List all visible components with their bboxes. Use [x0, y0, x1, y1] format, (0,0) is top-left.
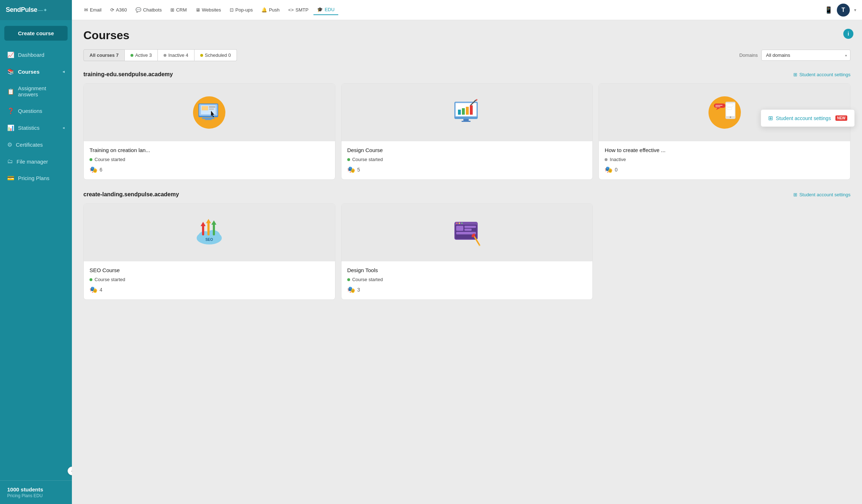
nav-item-chatbots[interactable]: 💬Chatbots — [132, 5, 165, 15]
nav-item-email[interactable]: ✉Email — [81, 5, 105, 15]
svg-rect-48 — [464, 229, 472, 231]
logo-container: SendPulse —✦ — [0, 0, 72, 20]
svg-rect-19 — [463, 119, 469, 121]
student-settings-label-training-edu: Student account settings — [799, 72, 850, 77]
sidebar-item-pricing-plans[interactable]: 💳 Pricing Plans — [0, 170, 72, 187]
nav-label-email: Email — [90, 7, 102, 13]
course-card-how-to-create[interactable]: How to create effective ... Inactive 🎭 0 — [599, 83, 850, 180]
nav-item-edu[interactable]: 🎓EDU — [313, 5, 338, 15]
course-card-design-course[interactable]: Design Course Course started 🎭 5 — [341, 83, 593, 180]
course-card-training-creation[interactable]: Training on creation lan... Course start… — [83, 83, 335, 180]
filter-tab-scheduled[interactable]: Scheduled 0 — [194, 49, 237, 61]
course-card-design-tools[interactable]: Design Tools Course started 🎭 3 — [341, 203, 593, 300]
nav-icon-websites: 🖥 — [196, 7, 200, 13]
course-illustration-training-creation — [84, 84, 335, 141]
domain-filter: Domains All domainstraining-edu.sendpuls… — [739, 50, 850, 61]
svg-rect-34 — [202, 225, 204, 235]
svg-rect-5 — [205, 119, 212, 120]
course-illustration-seo-course: SEO — [84, 204, 335, 261]
sidebar-item-statistics[interactable]: 📊 Statistics ◂ — [0, 119, 72, 136]
status-dot-how-to-create — [605, 158, 607, 161]
device-icon[interactable]: 📱 — [825, 6, 833, 14]
nav-item-smtp[interactable]: <>SMTP — [285, 5, 312, 15]
sidebar-icon-courses: 📚 — [7, 68, 14, 75]
svg-marker-35 — [201, 222, 206, 226]
sidebar-item-assignment-answers[interactable]: 📋 Assignment answers — [0, 80, 72, 102]
pricing-plan-label: Pricing Plans EDU — [7, 493, 65, 498]
filter-tab-inactive[interactable]: Inactive 4 — [158, 49, 194, 61]
logo-text: SendPulse — [6, 6, 37, 14]
svg-point-45 — [461, 223, 463, 224]
filter-tabs: All courses 7Active 3Inactive 4Scheduled… — [83, 49, 237, 61]
status-dot-design-tools — [347, 278, 350, 281]
course-image-design-tools — [341, 204, 593, 261]
sidebar-item-courses[interactable]: 📚 Courses ◂ — [0, 63, 72, 80]
course-status-design-course: Course started — [347, 157, 587, 162]
sidebar-item-certificates[interactable]: ⚙ Certificates — [0, 136, 72, 153]
filter-tab-active[interactable]: Active 3 — [125, 49, 158, 61]
create-course-button[interactable]: Create course — [4, 26, 68, 41]
sidebar-label-statistics: Statistics — [18, 125, 40, 131]
student-settings-popup[interactable]: ⊞ Student account settings NEW — [761, 109, 855, 127]
svg-point-43 — [456, 223, 458, 224]
course-status-seo-course: Course started — [90, 277, 329, 282]
svg-rect-38 — [213, 224, 215, 235]
info-icon[interactable]: i — [843, 29, 853, 39]
sidebar-item-dashboard[interactable]: 📈 Dashboard — [0, 46, 72, 63]
course-body-seo-course: SEO Course Course started 🎭 4 — [84, 261, 335, 299]
svg-rect-7 — [202, 106, 208, 110]
sidebar-icon-pricing-plans: 💳 — [7, 175, 14, 182]
nav-item-crm[interactable]: ⊞CRM — [167, 5, 191, 15]
course-illustration-design-tools — [341, 204, 593, 261]
sidebar-arrow-statistics: ◂ — [63, 125, 65, 130]
svg-marker-39 — [211, 220, 216, 225]
status-dot-seo-course — [90, 278, 92, 281]
dot-scheduled — [200, 54, 203, 57]
student-icon-design-course: 🎭 — [347, 166, 355, 174]
course-body-design-tools: Design Tools Course started 🎭 3 — [341, 261, 593, 299]
student-count-seo-course: 4 — [100, 287, 102, 293]
domain-header-training-edu: training-edu.sendpulse.academy ⊞ Student… — [83, 71, 850, 78]
user-avatar[interactable]: T — [837, 4, 850, 17]
nav-item-websites[interactable]: 🖥Websites — [192, 5, 225, 15]
svg-point-24 — [730, 116, 731, 118]
student-settings-label-create-landing: Student account settings — [799, 192, 850, 197]
nav-label-push: Push — [269, 7, 280, 13]
avatar-dropdown-arrow[interactable]: ▾ — [854, 8, 856, 13]
nav-label-smtp: SMTP — [295, 7, 308, 13]
courses-grid-training-edu: Training on creation lan... Course start… — [83, 83, 850, 180]
nav-icon-chatbots: 💬 — [136, 7, 141, 13]
domain-select[interactable]: All domainstraining-edu.sendpulse.academ… — [761, 50, 850, 61]
sidebar-item-questions[interactable]: ❓ Questions — [0, 102, 72, 119]
nav-item-a360[interactable]: ⟳A360 — [107, 5, 130, 15]
student-settings-link-training-edu[interactable]: ⊞ Student account settings — [793, 72, 850, 77]
svg-point-44 — [459, 223, 460, 224]
svg-rect-29 — [715, 105, 723, 106]
student-icon-how-to-create: 🎭 — [605, 166, 613, 174]
status-label-design-course: Course started — [352, 157, 383, 162]
course-title-how-to-create: How to create effective ... — [605, 147, 844, 153]
filter-tab-all[interactable]: All courses 7 — [83, 49, 125, 61]
popup-icon: ⊞ — [768, 115, 773, 122]
svg-rect-14 — [462, 108, 465, 115]
dot-active — [130, 54, 133, 57]
domain-section-training-edu: training-edu.sendpulse.academy ⊞ Student… — [83, 71, 850, 180]
course-card-seo-course[interactable]: SEO SEO Course Course started 🎭 4 — [83, 203, 335, 300]
svg-rect-20 — [462, 121, 471, 122]
course-title-seo-course: SEO Course — [90, 267, 329, 273]
sidebar-icon-statistics: 📊 — [7, 124, 14, 131]
sidebar-item-file-manager[interactable]: 🗂 File manager — [0, 153, 72, 170]
sidebar-label-file-manager: File manager — [17, 159, 48, 165]
sidebar-collapse-button[interactable]: ‹ — [68, 467, 72, 475]
svg-rect-13 — [458, 110, 461, 115]
tab-label-inactive: Inactive 4 — [168, 52, 188, 58]
student-settings-link-create-landing[interactable]: ⊞ Student account settings — [793, 192, 850, 197]
nav-icon-crm: ⊞ — [170, 7, 174, 13]
nav-icon-popups: ⊡ — [230, 7, 234, 13]
nav-item-push[interactable]: 🔔Push — [258, 5, 283, 15]
main-content: i Courses All courses 7Active 3Inactive … — [72, 20, 862, 504]
sidebar-arrow-courses: ◂ — [63, 69, 65, 74]
status-label-seo-course: Course started — [95, 277, 125, 282]
nav-item-popups[interactable]: ⊡Pop-ups — [226, 5, 256, 15]
student-settings-icon-training-edu: ⊞ — [793, 72, 797, 77]
